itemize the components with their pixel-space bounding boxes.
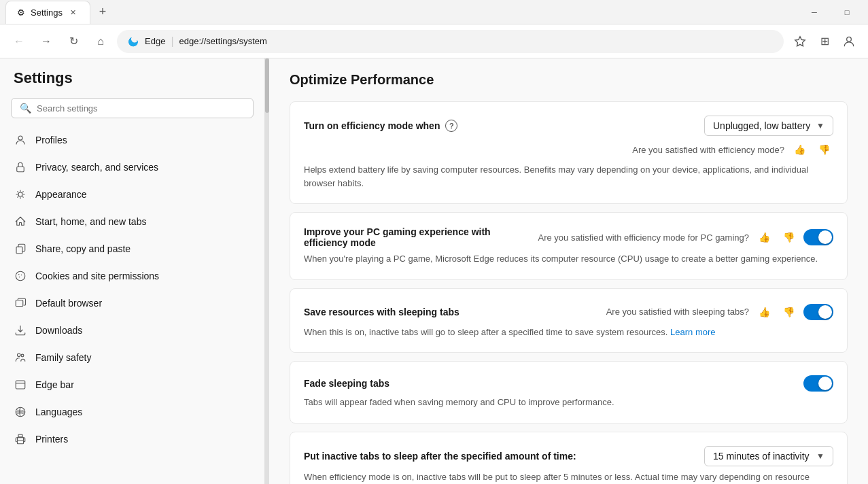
fade-sleeping-main: Fade sleeping tabs bbox=[304, 378, 793, 389]
collections-button[interactable]: ⊞ bbox=[814, 31, 835, 52]
svg-point-10 bbox=[18, 353, 21, 357]
search-input[interactable] bbox=[37, 103, 245, 114]
search-box[interactable]: 🔍 bbox=[11, 98, 254, 118]
pc-gaming-desc: When you're playing a PC game, Microsoft… bbox=[304, 252, 833, 266]
sidebar-scrollbar-thumb bbox=[265, 58, 269, 113]
printers-icon bbox=[14, 432, 27, 446]
address-separator: | bbox=[171, 35, 173, 48]
family-safety-label: Family safety bbox=[35, 352, 91, 363]
sidebar-item-family-safety[interactable]: Family safety bbox=[0, 344, 264, 371]
sleeping-tabs-toggle[interactable] bbox=[803, 304, 833, 320]
sleeping-tabs-card: Save resources with sleeping tabs Are yo… bbox=[290, 288, 848, 353]
fade-sleeping-toggle-knob bbox=[818, 377, 832, 390]
sleeping-tabs-thumbdown-button[interactable]: 👎 bbox=[779, 302, 798, 322]
share-copy-label: Share, copy and paste bbox=[35, 243, 131, 254]
window-controls: ─ □ bbox=[799, 1, 863, 23]
profiles-icon bbox=[14, 133, 27, 147]
minimize-button[interactable]: ─ bbox=[799, 1, 830, 23]
sidebar-item-privacy[interactable]: Privacy, search, and services bbox=[0, 154, 264, 181]
efficiency-thumbup-button[interactable]: 👍 bbox=[790, 140, 809, 159]
sleeping-tabs-learn-more[interactable]: Learn more bbox=[670, 327, 715, 337]
sidebar-title: Settings bbox=[0, 69, 264, 98]
sleep-timer-label: Put inactive tabs to sleep after the spe… bbox=[304, 451, 693, 462]
downloads-icon bbox=[14, 324, 27, 337]
pc-gaming-thumbdown-button[interactable]: 👎 bbox=[779, 228, 798, 247]
pc-gaming-label: Improve your PC gaming experience with e… bbox=[304, 226, 527, 248]
address-bar[interactable]: Edge | edge://settings/system bbox=[117, 30, 784, 53]
sleep-timer-card: Put inactive tabs to sleep after the spe… bbox=[290, 432, 848, 485]
cookies-label: Cookies and site permissions bbox=[35, 271, 159, 281]
sleeping-tabs-controls: Are you satisfied with sleeping tabs? 👍 … bbox=[606, 302, 833, 322]
pc-gaming-toggle[interactable] bbox=[803, 229, 833, 245]
back-button[interactable]: ← bbox=[8, 31, 30, 52]
efficiency-mode-controls: Unplugged, low battery ▼ bbox=[704, 116, 833, 136]
sidebar-scrollbar[interactable] bbox=[265, 58, 269, 484]
sidebar-item-default-browser[interactable]: Default browser bbox=[0, 290, 264, 317]
languages-label: Languages bbox=[35, 407, 82, 417]
sidebar-item-downloads[interactable]: Downloads bbox=[0, 317, 264, 344]
sidebar-item-languages[interactable]: Languages bbox=[0, 398, 264, 426]
tab-close-button[interactable]: ✕ bbox=[68, 7, 79, 18]
cookies-icon bbox=[14, 269, 27, 283]
search-icon: 🔍 bbox=[20, 103, 31, 114]
chevron-down-icon: ▼ bbox=[816, 121, 824, 131]
page-title: Optimize Performance bbox=[290, 72, 848, 88]
sleeping-tabs-thumbup-button[interactable]: 👍 bbox=[754, 302, 774, 322]
svg-rect-14 bbox=[18, 440, 24, 444]
sidebar-item-printers[interactable]: Printers bbox=[0, 426, 264, 453]
home-button[interactable]: ⌂ bbox=[90, 31, 111, 52]
efficiency-thumbdown-button[interactable]: 👎 bbox=[814, 140, 833, 159]
efficiency-mode-dropdown[interactable]: Unplugged, low battery ▼ bbox=[704, 116, 833, 136]
svg-point-5 bbox=[16, 271, 25, 281]
refresh-button[interactable]: ↻ bbox=[63, 31, 84, 52]
sleep-timer-dropdown[interactable]: 15 minutes of inactivity ▼ bbox=[704, 446, 833, 466]
settings-tab[interactable]: ⚙ Settings ✕ bbox=[5, 1, 90, 24]
toolbar-right: ⊞ bbox=[789, 31, 860, 52]
start-home-icon bbox=[14, 215, 27, 228]
fade-sleeping-toggle[interactable] bbox=[803, 375, 833, 392]
sidebar-item-share-copy[interactable]: Share, copy and paste bbox=[0, 235, 264, 262]
sidebar-item-profiles[interactable]: Profiles bbox=[0, 126, 264, 154]
profile-button[interactable] bbox=[838, 31, 860, 52]
sidebar-item-cookies[interactable]: Cookies and site permissions bbox=[0, 262, 264, 290]
appearance-label: Appearance bbox=[35, 189, 87, 200]
svg-point-3 bbox=[18, 192, 22, 196]
sidebar-item-start-home[interactable]: Start, home, and new tabs bbox=[0, 208, 264, 235]
edge-logo bbox=[127, 35, 139, 48]
new-tab-button[interactable]: + bbox=[93, 3, 112, 22]
sleep-timer-row: Put inactive tabs to sleep after the spe… bbox=[304, 446, 833, 466]
sleeping-tabs-feedback-text: Are you satisfied with sleeping tabs? bbox=[606, 307, 749, 317]
sleeping-tabs-main: Save resources with sleeping tabs bbox=[304, 307, 595, 317]
favorites-button[interactable] bbox=[789, 31, 811, 52]
svg-rect-2 bbox=[17, 167, 24, 172]
pc-gaming-feedback-text: Are you satisfied with efficiency mode f… bbox=[538, 232, 749, 243]
default-browser-icon bbox=[14, 296, 27, 310]
sleep-timer-controls: 15 minutes of inactivity ▼ bbox=[704, 446, 833, 466]
tab-group: ⚙ Settings ✕ + bbox=[5, 1, 112, 24]
sleeping-tabs-label: Save resources with sleeping tabs bbox=[304, 307, 595, 317]
efficiency-mode-info-icon[interactable]: ? bbox=[445, 120, 457, 132]
privacy-icon bbox=[14, 160, 27, 174]
printers-label: Printers bbox=[35, 434, 68, 445]
svg-rect-15 bbox=[18, 434, 22, 437]
sidebar-item-appearance[interactable]: Appearance bbox=[0, 181, 264, 208]
titlebar: ⚙ Settings ✕ + ─ □ bbox=[0, 0, 868, 24]
efficiency-mode-desc: Helps extend battery life by saving comp… bbox=[304, 163, 833, 190]
share-copy-icon bbox=[14, 242, 27, 256]
fade-sleeping-label: Fade sleeping tabs bbox=[304, 378, 793, 389]
start-home-label: Start, home, and new tabs bbox=[35, 216, 146, 227]
edge-bar-icon bbox=[14, 378, 27, 392]
downloads-label: Downloads bbox=[35, 325, 82, 336]
settings-tab-icon: ⚙ bbox=[17, 7, 25, 18]
maximize-button[interactable]: □ bbox=[831, 1, 863, 23]
sleep-timer-desc: When efficiency mode is on, inactive tab… bbox=[304, 470, 833, 485]
svg-point-6 bbox=[18, 274, 20, 275]
svg-rect-9 bbox=[16, 300, 23, 307]
forward-button[interactable]: → bbox=[35, 31, 57, 52]
pc-gaming-controls: Are you satisfied with efficiency mode f… bbox=[538, 228, 833, 247]
efficiency-mode-main: Turn on efficiency mode when ? bbox=[304, 120, 693, 132]
pc-gaming-row: Improve your PC gaming experience with e… bbox=[304, 226, 833, 248]
sidebar-item-edge-bar[interactable]: Edge bar bbox=[0, 371, 264, 398]
pc-gaming-thumbup-button[interactable]: 👍 bbox=[754, 228, 774, 247]
svg-point-1 bbox=[18, 136, 22, 140]
